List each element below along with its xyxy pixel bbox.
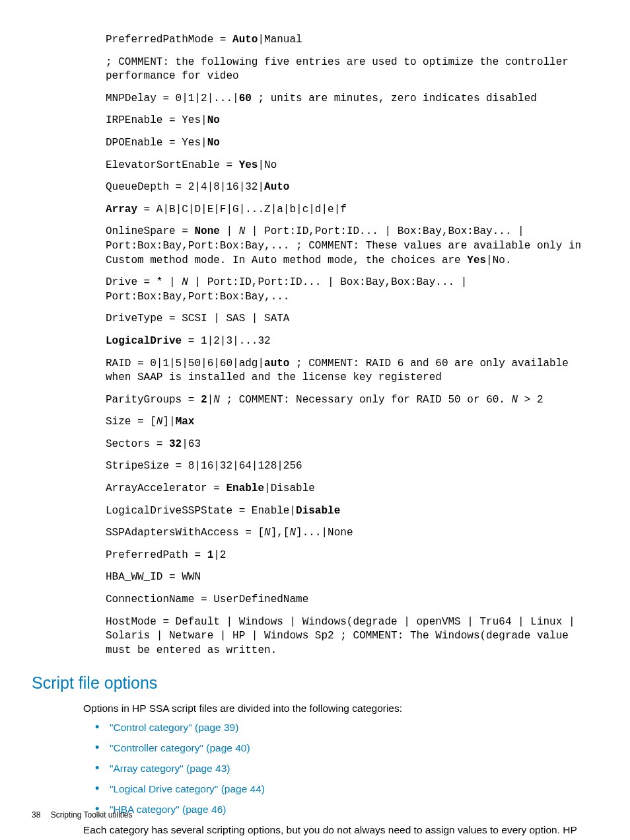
list-item: "Controller category" (page 40) <box>110 742 598 755</box>
xref-link[interactable]: "Logical Drive category" (page 44) <box>110 783 265 794</box>
intro-text: Options in HP SSA script files are divid… <box>83 701 585 716</box>
list-item: "Logical Drive category" (page 44) <box>110 783 598 796</box>
page-number: 38 <box>32 810 40 820</box>
footer-title: Scripting Toolkit utilities <box>51 810 133 820</box>
list-item: "Control category" (page 39) <box>110 721 598 735</box>
list-item: "Array category" (page 43) <box>110 762 598 776</box>
outro-text: Each category has several scripting opti… <box>83 823 585 840</box>
xref-link[interactable]: "Controller category" (page 40) <box>110 742 250 753</box>
link-list: "Control category" (page 39) "Controller… <box>32 721 598 817</box>
xref-link[interactable]: "Array category" (page 43) <box>110 763 230 774</box>
section-heading: Script file options <box>32 672 598 695</box>
xref-link[interactable]: "Control category" (page 39) <box>110 722 238 733</box>
page-footer: 38 Scripting Toolkit utilities <box>32 810 133 820</box>
code-block: PreferredPathMode = Auto|Manual ; COMMEN… <box>106 33 592 658</box>
list-item: "HBA category" (page 46) <box>110 803 598 817</box>
